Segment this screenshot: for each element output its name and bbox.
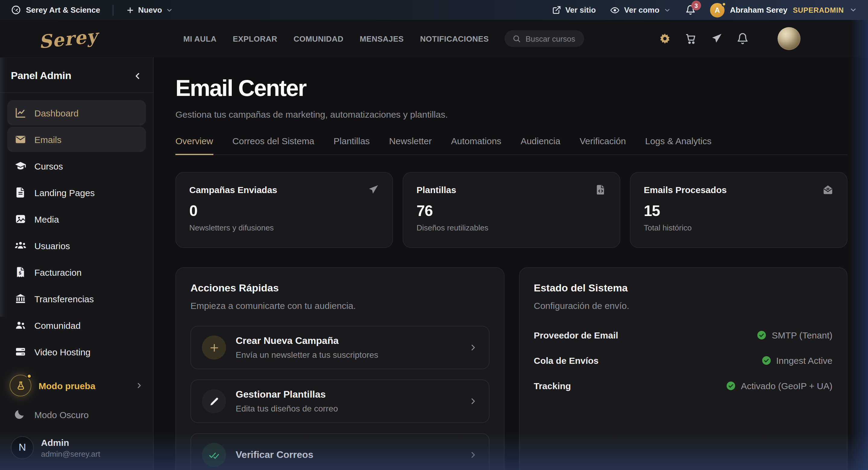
sidebar-item-cursos[interactable]: Cursos [7,153,146,179]
tab-logs-analytics[interactable]: Logs & Analytics [645,136,712,154]
notifications-bell-button[interactable]: 3 [685,5,695,15]
main-content: Email Center Gestiona tus campañas de ma… [154,57,868,470]
quick-actions-panel: Acciones Rápidas Empieza a comunicarte c… [176,267,504,470]
sidebar-item-label: Transferencias [34,294,94,304]
sidebar-item-facturacion[interactable]: $ Facturacion [7,259,146,285]
bell-icon[interactable] [737,33,749,45]
stat-value: 0 [189,202,379,219]
stats-row: Campañas Enviadas 0 Newsletters y difusi… [176,172,847,248]
nav-explorar[interactable]: EXPLORAR [233,34,277,43]
image-icon [14,213,27,225]
sidebar-item-label: Comunidad [34,320,81,330]
action-create-campaign[interactable]: Crear Nueva Campaña Envía un newsletter … [190,326,489,369]
status-value: SMTP (Tenant) [772,330,832,340]
test-mode-label: Modo prueba [38,380,128,391]
sidebar-item-transferencias[interactable]: Transferencias [7,286,146,311]
admin-topbar: Serey Art & Science Nuevo Ver sitio [0,0,868,20]
user-name: Abraham Serey [730,5,787,14]
cart-icon[interactable] [685,33,697,45]
admin-avatar: N [11,436,34,459]
envelope-icon [14,133,27,145]
tenant-brand[interactable]: Serey Art & Science [11,5,100,15]
serey-logo[interactable]: Serey [38,25,98,52]
test-mode-dot [27,374,32,379]
sidebar-item-media[interactable]: Media [7,206,146,232]
view-as-label: Ver como [624,5,659,14]
sidebar-item-video-hosting[interactable]: Video Hosting [7,339,146,364]
gauge-icon [11,5,21,15]
page-subtitle: Gestiona tus campañas de marketing, auto… [176,109,847,119]
sidebar-item-comunidad[interactable]: Comunidad [7,313,146,338]
chevron-down-icon [664,6,671,13]
action-title: Crear Nueva Campaña [236,335,458,346]
nav-comunidad[interactable]: COMUNIDAD [293,34,343,43]
status-dot [721,1,726,6]
send-icon[interactable] [711,33,723,45]
tab-correos-del-sistema[interactable]: Correos del Sistema [232,136,314,154]
user-menu[interactable]: A Abraham Serey SUPERADMIN [710,3,857,17]
search-input[interactable] [526,34,576,43]
invoice-dollar-icon: $ [14,266,27,278]
stat-title: Plantillas [416,185,456,195]
view-site-button[interactable]: Ver sitio [552,5,596,14]
tab-newsletter[interactable]: Newsletter [389,136,432,154]
nav-notificaciones[interactable]: NOTIFICACIONES [420,34,489,43]
stat-title: Emails Procesados [644,185,727,195]
collapse-sidebar-button[interactable] [133,71,142,81]
tab-verificacion[interactable]: Verificación [580,136,626,154]
chevron-right-icon [135,381,144,390]
sidebar-item-label: Facturacion [34,267,82,277]
sidebar-item-usuarios[interactable]: Usuarios [7,233,146,258]
dark-mode-label: Modo Oscuro [34,409,89,420]
stat-card-plantillas: Plantillas 76 Diseños reutilizables [403,172,620,248]
system-status-panel: Estado del Sistema Configuración de enví… [519,267,847,470]
admin-name: Admin [41,437,100,447]
admin-avatar-initial: N [19,442,26,454]
status-rows: Proveedor de Email SMTP (Tenant) Cola de… [534,330,832,391]
stat-value: 76 [416,202,607,219]
admin-user-card[interactable]: N Admin admin@serey.art [8,429,145,464]
sidebar-item-label: Dashboard [34,108,79,118]
nav-mensajes[interactable]: MENSAJES [360,34,404,43]
tab-overview[interactable]: Overview [176,136,213,154]
new-button[interactable]: Nuevo [126,5,173,14]
header-icons [659,27,801,50]
dark-mode-toggle[interactable]: Modo Oscuro [8,399,145,429]
tab-plantillas[interactable]: Plantillas [334,136,370,154]
topbar-divider [113,4,113,16]
topbar-right: Ver sitio Ver como 3 A Abrah [552,3,857,17]
server-icon [14,346,27,358]
action-title: Gestionar Plantillas [236,389,458,400]
status-row-provider: Proveedor de Email SMTP (Tenant) [534,330,832,340]
nav-mi-aula[interactable]: MI AULA [183,34,216,43]
action-verify-emails[interactable]: Verificar Correos [190,433,489,470]
chevron-right-icon [468,450,478,460]
action-subtitle: Envía un newsletter a tus suscriptores [236,350,458,360]
tab-automations[interactable]: Automations [451,136,501,154]
tab-bar: Overview Correos del Sistema Plantillas … [176,136,847,155]
sidebar-item-landing-pages[interactable]: Landing Pages [7,180,146,205]
stat-title: Campañas Enviadas [189,185,277,195]
gear-icon[interactable] [659,33,671,45]
avatar-letter: A [715,6,720,14]
chart-line-icon [14,107,27,119]
body-row: Panel Admin Dashboard Emails Cursos [0,57,868,470]
double-check-icon [202,443,226,467]
user-avatar-photo[interactable] [778,27,801,50]
app-root: Serey Art & Science Nuevo Ver sitio [0,0,868,470]
tab-audiencia[interactable]: Audiencia [521,136,560,154]
status-label: Proveedor de Email [534,330,618,340]
sidebar-item-emails[interactable]: Emails [7,127,146,152]
action-title: Verificar Correos [236,449,458,460]
stat-caption: Diseños reutilizables [416,223,607,232]
sidebar-item-dashboard[interactable]: Dashboard [7,100,146,125]
users-three-icon [14,239,27,252]
check-circle-icon [726,381,736,391]
sidebar-bottom: Modo prueba Modo Oscuro N Admin admin@s [0,372,153,470]
chevron-right-icon [468,396,478,406]
sidebar-item-label: Cursos [34,161,63,171]
view-as-button[interactable]: Ver como [610,5,671,15]
test-mode-toggle[interactable]: Modo prueba [8,372,145,399]
action-manage-templates[interactable]: Gestionar Plantillas Edita tus diseños d… [190,380,489,423]
admin-email: admin@serey.art [41,449,100,458]
